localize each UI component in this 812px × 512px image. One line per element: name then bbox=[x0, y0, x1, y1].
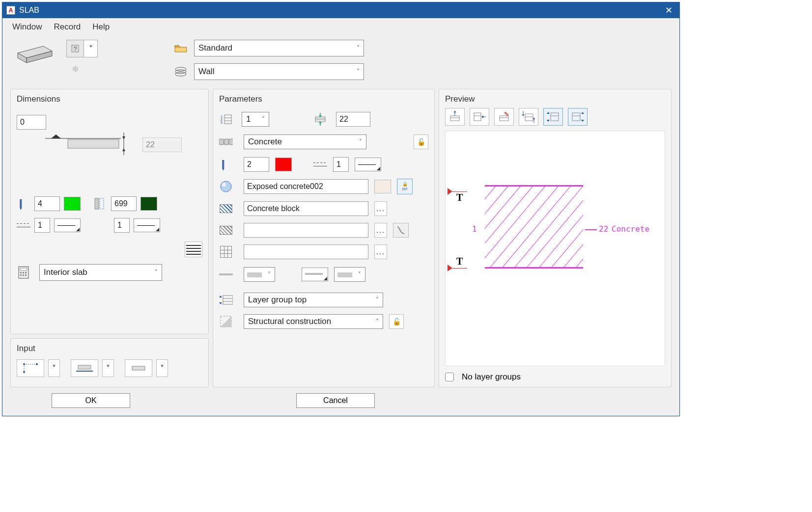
slab-type-value: Interior slab bbox=[44, 268, 87, 277]
pattern-icon bbox=[219, 245, 233, 259]
calculator-icon bbox=[17, 266, 30, 279]
line-3d-style[interactable] bbox=[134, 218, 160, 232]
menu-help[interactable]: Help bbox=[92, 22, 110, 32]
fill-extra[interactable] bbox=[393, 223, 409, 238]
favorite-button[interactable]: ? bbox=[66, 40, 84, 57]
svg-point-5 bbox=[175, 67, 186, 71]
layer-thickness-icon bbox=[313, 112, 327, 126]
folder-icon bbox=[173, 42, 188, 54]
layer-number-combo[interactable]: 1˅ bbox=[242, 112, 269, 127]
fill-browse[interactable]: ... bbox=[374, 223, 387, 238]
layer-value: Wall bbox=[198, 67, 214, 77]
pen-2d-input[interactable]: 4 bbox=[34, 196, 60, 211]
surface-preview[interactable] bbox=[374, 180, 391, 193]
pattern-input[interactable] bbox=[244, 244, 368, 259]
svg-rect-18 bbox=[20, 272, 22, 273]
svg-rect-62 bbox=[474, 113, 481, 121]
fill-icon bbox=[219, 223, 233, 237]
edge-top-combo[interactable]: ˅ bbox=[244, 267, 275, 282]
window-title: SLAB bbox=[19, 6, 662, 15]
cancel-button[interactable]: Cancel bbox=[296, 393, 375, 408]
svg-rect-35 bbox=[224, 115, 231, 124]
svg-rect-23 bbox=[25, 274, 27, 276]
svg-text:?: ? bbox=[74, 46, 77, 53]
svg-rect-38 bbox=[315, 117, 325, 122]
structure-combo[interactable]: Structural construction˅ bbox=[244, 314, 383, 329]
height-offset-input[interactable]: 0 bbox=[17, 115, 46, 130]
edge-bottom-combo[interactable]: ˅ bbox=[334, 267, 365, 282]
surface-area-lock[interactable]: 🔒m² bbox=[397, 179, 413, 194]
input-edge[interactable] bbox=[71, 359, 98, 377]
line-2d-input[interactable]: 1 bbox=[34, 218, 50, 233]
no-layer-groups-checkbox[interactable] bbox=[445, 373, 454, 381]
line-3d-input[interactable]: 1 bbox=[114, 218, 130, 233]
hatching-icon bbox=[219, 202, 233, 216]
prev-tool-2[interactable] bbox=[470, 108, 489, 126]
prev-tool-1[interactable] bbox=[445, 108, 465, 126]
svg-rect-46 bbox=[224, 139, 229, 145]
pen-3d-input[interactable]: 699 bbox=[111, 196, 137, 211]
slab-type-combo[interactable]: Interior slab˅ bbox=[39, 264, 162, 281]
no-layer-groups-label: No layer groups bbox=[462, 372, 521, 382]
surface-input[interactable]: Exposed concrete002 bbox=[244, 179, 368, 194]
svg-rect-17 bbox=[20, 268, 27, 270]
input-edge-drop[interactable]: ˅ bbox=[102, 359, 114, 377]
ok-button[interactable]: OK bbox=[52, 393, 130, 408]
thickness-diagram bbox=[17, 133, 140, 162]
param-pen-input[interactable]: 2 bbox=[244, 157, 269, 172]
svg-marker-13 bbox=[122, 148, 125, 151]
svg-marker-54 bbox=[219, 296, 222, 297]
input-shape-rect-drop[interactable]: ˅ bbox=[48, 359, 60, 377]
close-icon[interactable]: ✕ bbox=[662, 5, 675, 16]
dimensions-title: Dimensions bbox=[17, 94, 202, 104]
hatch-mode-button[interactable] bbox=[185, 242, 202, 257]
edge-mid[interactable] bbox=[302, 268, 328, 281]
svg-rect-45 bbox=[219, 139, 224, 145]
param-pen-icon bbox=[216, 155, 236, 174]
layer-group-combo[interactable]: Layer group top˅ bbox=[244, 293, 383, 307]
svg-rect-14 bbox=[95, 198, 99, 209]
material-lock[interactable]: 🔓 bbox=[414, 135, 428, 149]
structure-lock[interactable]: 🔓 bbox=[389, 314, 404, 329]
input-profile[interactable] bbox=[125, 359, 152, 377]
param-line-style[interactable] bbox=[355, 158, 381, 171]
menu-record[interactable]: Record bbox=[54, 22, 81, 32]
param-pen-color[interactable] bbox=[275, 158, 292, 171]
svg-rect-51 bbox=[223, 296, 233, 304]
edge-icon bbox=[219, 268, 233, 281]
prev-tool-6[interactable] bbox=[568, 108, 588, 126]
svg-rect-74 bbox=[551, 113, 559, 121]
input-profile-drop[interactable]: ˅ bbox=[156, 359, 168, 377]
line-2d-style[interactable] bbox=[54, 218, 81, 232]
input-shape-rect[interactable] bbox=[17, 359, 44, 377]
svg-marker-71 bbox=[522, 114, 524, 116]
pattern-browse[interactable]: ... bbox=[374, 244, 387, 259]
thickness-readonly: 22 bbox=[142, 137, 182, 152]
pen-3d-color[interactable] bbox=[140, 197, 157, 211]
menu-bar: Window Record Help bbox=[2, 18, 679, 36]
svg-rect-68 bbox=[525, 114, 533, 121]
pen-2d-color[interactable] bbox=[64, 197, 81, 211]
hatching-browse[interactable]: ... bbox=[374, 201, 387, 216]
layer-combo[interactable]: Wall˅ bbox=[194, 63, 364, 80]
favorite-dropdown[interactable]: ˅ bbox=[84, 40, 98, 57]
input-title: Input bbox=[17, 344, 202, 353]
pen-icon bbox=[14, 194, 33, 214]
svg-marker-12 bbox=[122, 136, 125, 139]
preview-layer-no: 1 bbox=[472, 224, 477, 234]
prev-tool-4[interactable] bbox=[519, 108, 538, 126]
svg-marker-57 bbox=[221, 316, 231, 327]
hatching-input[interactable]: Concrete block bbox=[244, 201, 368, 216]
prev-tool-5[interactable] bbox=[543, 108, 563, 126]
library-folder-combo[interactable]: Standard˅ bbox=[194, 40, 364, 56]
layer-thickness-input[interactable]: 22 bbox=[336, 112, 370, 127]
material-combo[interactable]: Concrete˅ bbox=[244, 135, 366, 149]
prev-tool-3[interactable] bbox=[494, 108, 514, 126]
fill-input[interactable] bbox=[244, 223, 368, 238]
freeze-icon[interactable]: ❄ bbox=[66, 60, 84, 78]
menu-window[interactable]: Window bbox=[12, 22, 42, 32]
svg-rect-22 bbox=[23, 274, 24, 276]
structure-icon bbox=[219, 315, 233, 328]
param-line-input[interactable]: 1 bbox=[333, 157, 349, 172]
slab-dialog: A SLAB ✕ Window Record Help ? ˅ bbox=[2, 2, 680, 416]
